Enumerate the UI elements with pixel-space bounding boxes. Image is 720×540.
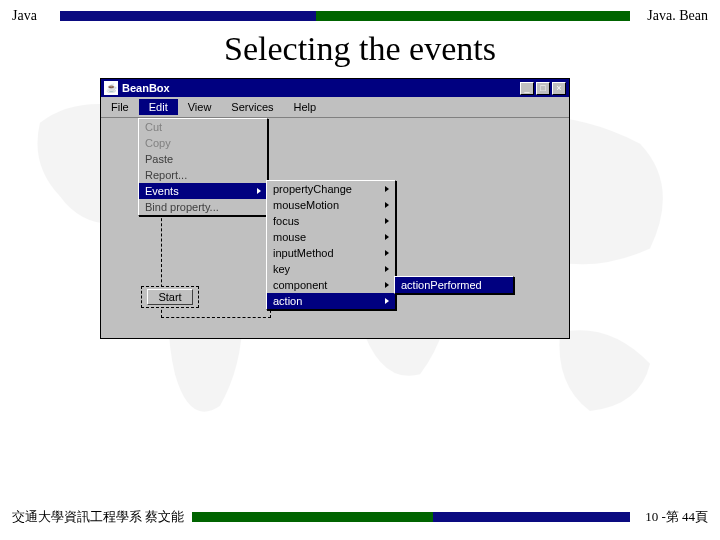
edit-menu-dropdown: Cut Copy Paste Report... Events Bind pro… <box>138 118 268 216</box>
action-submenu: actionPerformed <box>394 276 514 294</box>
header-left-label: Java <box>12 8 52 24</box>
event-inputmethod[interactable]: inputMethod <box>267 245 395 261</box>
window-title: BeanBox <box>122 82 518 94</box>
edit-report[interactable]: Report... <box>139 167 267 183</box>
start-bean[interactable]: Start <box>141 286 199 308</box>
submenu-arrow-icon <box>385 298 389 304</box>
menubar: File Edit View Services Help <box>101 97 569 118</box>
menu-file[interactable]: File <box>101 99 139 115</box>
edit-bind-property[interactable]: Bind property... <box>139 199 267 215</box>
submenu-arrow-icon <box>257 188 261 194</box>
event-key[interactable]: key <box>267 261 395 277</box>
beanbox-canvas[interactable]: Start Cut Copy Paste Report... Events Bi… <box>101 118 569 338</box>
edit-paste[interactable]: Paste <box>139 151 267 167</box>
minimize-button[interactable]: _ <box>520 82 534 95</box>
action-actionperformed[interactable]: actionPerformed <box>395 277 513 293</box>
submenu-arrow-icon <box>385 202 389 208</box>
event-mouse[interactable]: mouse <box>267 229 395 245</box>
close-button[interactable]: × <box>552 82 566 95</box>
submenu-arrow-icon <box>385 250 389 256</box>
submenu-arrow-icon <box>385 186 389 192</box>
header-divider <box>60 11 630 21</box>
submenu-arrow-icon <box>385 282 389 288</box>
edit-cut[interactable]: Cut <box>139 119 267 135</box>
footer-left-label: 交通大學資訊工程學系 蔡文能 <box>12 508 184 526</box>
maximize-button[interactable]: □ <box>536 82 550 95</box>
edit-copy[interactable]: Copy <box>139 135 267 151</box>
event-focus[interactable]: focus <box>267 213 395 229</box>
footer-divider <box>192 512 630 522</box>
event-action[interactable]: action <box>267 293 395 309</box>
event-mousemotion[interactable]: mouseMotion <box>267 197 395 213</box>
event-component[interactable]: component <box>267 277 395 293</box>
start-button-label: Start <box>147 289 192 305</box>
menu-help[interactable]: Help <box>284 99 327 115</box>
submenu-arrow-icon <box>385 266 389 272</box>
menu-view[interactable]: View <box>178 99 222 115</box>
window-titlebar[interactable]: ☕ BeanBox _ □ × <box>101 79 569 97</box>
events-submenu: propertyChange mouseMotion focus mouse i… <box>266 180 396 310</box>
page-title: Selecting the events <box>0 30 720 68</box>
menu-edit[interactable]: Edit <box>139 99 178 115</box>
header-right-label: Java. Bean <box>638 8 708 24</box>
event-propertychange[interactable]: propertyChange <box>267 181 395 197</box>
footer-right-label: 10 -第 44頁 <box>638 508 708 526</box>
submenu-arrow-icon <box>385 218 389 224</box>
edit-events[interactable]: Events <box>139 183 267 199</box>
java-cup-icon: ☕ <box>104 81 118 95</box>
beanbox-window: ☕ BeanBox _ □ × File Edit View Services … <box>100 78 580 339</box>
menu-services[interactable]: Services <box>221 99 283 115</box>
submenu-arrow-icon <box>385 234 389 240</box>
